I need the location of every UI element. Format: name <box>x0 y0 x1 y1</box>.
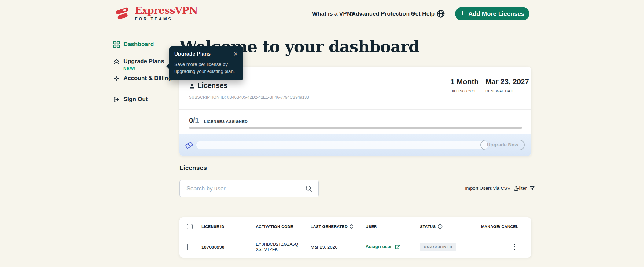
brand-logo[interactable]: ExpressVPN FOR TEAMS <box>115 5 197 21</box>
col-license-id: LICENSE ID <box>201 224 256 229</box>
renewal-date-value: Mar 23, 2027 <box>485 78 529 86</box>
brand-name: ExpressVPN <box>135 5 197 16</box>
sidebar-item-account-billing[interactable]: Account & Billing <box>113 75 172 82</box>
tooltip-title: Upgrade Plans <box>174 51 211 57</box>
filter-funnel-icon <box>529 186 535 191</box>
nav-advanced-protection[interactable]: Advanced Protection <box>351 0 416 27</box>
sidebar-label-account-billing: Account & Billing <box>123 75 172 81</box>
licenses-section-title: Licenses <box>179 164 207 171</box>
licenses-table: LICENSE ID ACTIVATION CODE LAST GENERATE… <box>179 217 531 258</box>
select-all-checkbox[interactable] <box>187 224 193 229</box>
sidebar-item-dashboard[interactable]: Dashboard <box>113 41 154 48</box>
kebab-menu-icon[interactable] <box>513 243 528 251</box>
nav-what-is-a-vpn[interactable]: What is a VPN? <box>312 0 355 27</box>
sidebar-divider <box>113 56 168 56</box>
col-manage-cancel: MANAGE/ CANCEL <box>481 224 531 229</box>
last-generated-value: Mar 23, 2026 <box>311 244 366 250</box>
chevrons-up-icon <box>113 58 120 65</box>
banner-placeholder <box>196 141 488 149</box>
assign-user-link[interactable]: Assign user <box>366 244 417 250</box>
status-badge: UNASSIGNED <box>420 243 456 251</box>
subscription-id: SUBSCRIPTION ID: 0B46B405-42D2-42E1-BF46… <box>189 95 309 99</box>
licenses-total-count: /1 <box>193 116 199 125</box>
gear-icon <box>113 75 120 82</box>
search-input[interactable] <box>180 185 305 192</box>
new-badge: NEW! <box>123 66 164 71</box>
col-status: STATUS ? <box>420 224 481 229</box>
col-user: USER <box>366 224 420 229</box>
activation-code-value: EY3HBCD2TZGZA6QXSTVTZFK <box>256 242 299 252</box>
filter-link[interactable]: Filter <box>516 184 535 192</box>
sidebar-item-upgrade-plans[interactable]: Upgrade Plans NEW! <box>113 58 164 71</box>
col-last-generated: LAST GENERATED <box>311 224 366 229</box>
upgrade-now-button[interactable]: Upgrade Now <box>480 140 525 150</box>
licenses-assigned-label: LICENSES ASSIGNED <box>204 119 248 124</box>
sort-icon[interactable] <box>350 224 353 229</box>
license-id-value: 107088938 <box>201 244 256 250</box>
summary-title: Licenses <box>197 81 227 90</box>
ticket-icon <box>185 141 193 149</box>
import-users-csv-link[interactable]: Import Users via CSV <box>465 184 519 192</box>
licenses-used-count: 0 <box>189 116 193 125</box>
table-row: 107088938 EY3HBCD2TZGZA6QXSTVTZFK Mar 23… <box>179 236 531 258</box>
renewal-date-metric: Mar 23, 2027 RENEWAL DATE <box>485 78 529 93</box>
sign-out-icon <box>113 96 120 103</box>
sidebar-item-sign-out[interactable]: Sign Out <box>113 96 148 103</box>
nav-get-help[interactable]: Get Help <box>411 0 435 27</box>
close-icon[interactable]: ✕ <box>233 51 238 57</box>
table-header-row: LICENSE ID ACTIVATION CODE LAST GENERATE… <box>179 217 531 236</box>
col-activation-code: ACTIVATION CODE <box>256 224 311 229</box>
language-globe-icon[interactable] <box>436 9 445 18</box>
person-icon <box>189 83 195 89</box>
edit-icon <box>395 244 400 250</box>
svg-text:?: ? <box>439 225 441 228</box>
licenses-progress-bar <box>189 127 522 129</box>
upgrade-plans-tooltip: Upgrade Plans ✕ Save more per license by… <box>169 46 243 80</box>
billing-cycle-label: BILLING CYCLE <box>451 89 479 93</box>
brand-tagline: FOR TEAMS <box>135 16 197 21</box>
tooltip-body: Save more per license by upgrading your … <box>174 61 238 75</box>
help-circle-icon[interactable]: ? <box>438 224 443 229</box>
expressvpn-logo-icon <box>115 5 131 21</box>
vertical-divider <box>430 72 430 103</box>
upgrade-banner: Upgrade Now <box>179 134 531 156</box>
search-icon[interactable] <box>305 185 312 192</box>
renewal-date-label: RENEWAL DATE <box>485 89 529 93</box>
billing-cycle-value: 1 Month <box>451 78 479 86</box>
billing-cycle-metric: 1 Month BILLING CYCLE <box>451 78 479 93</box>
sidebar-label-dashboard: Dashboard <box>123 41 154 48</box>
row-checkbox[interactable] <box>187 244 188 250</box>
plus-icon: + <box>460 9 465 17</box>
search-box <box>179 180 319 197</box>
dashboard-grid-icon <box>113 41 120 48</box>
sidebar-label-upgrade-plans: Upgrade Plans <box>123 58 164 65</box>
licenses-assigned-row: 0 /1 LICENSES ASSIGNED <box>179 110 531 134</box>
sidebar-label-sign-out: Sign Out <box>123 96 148 103</box>
add-more-licenses-button[interactable]: + Add More Licenses <box>455 7 529 20</box>
